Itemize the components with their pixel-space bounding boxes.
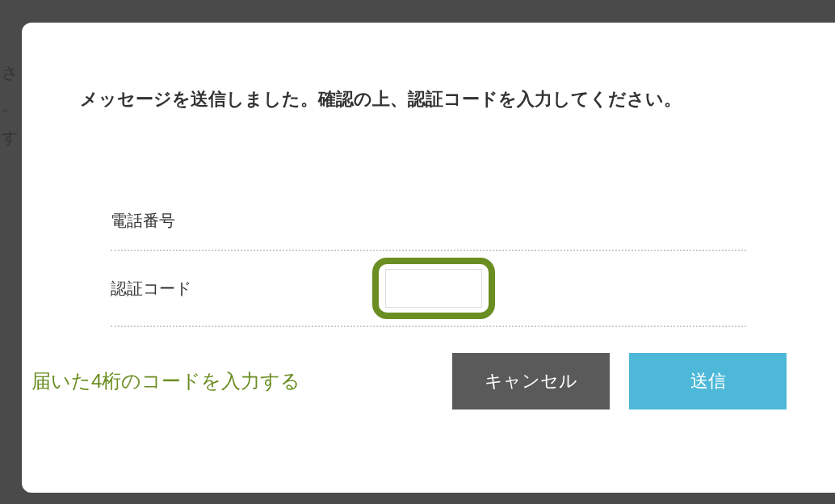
helper-row: 届いた4桁のコードを入力する キャンセル 送信: [70, 353, 787, 410]
phone-row: 電話番号: [111, 192, 746, 251]
helper-text: 届いた4桁のコードを入力する: [31, 368, 452, 394]
phone-label: 電話番号: [111, 210, 385, 232]
modal-title: メッセージを送信しました。確認の上、認証コードを入力してください。: [70, 87, 787, 111]
submit-button[interactable]: 送信: [629, 353, 787, 410]
button-group: キャンセル 送信: [452, 353, 787, 410]
verification-modal: メッセージを送信しました。確認の上、認証コードを入力してください。 電話番号 認…: [22, 23, 835, 493]
code-label: 認証コード: [111, 278, 385, 300]
verification-code-input[interactable]: [385, 269, 482, 308]
cancel-button[interactable]: キャンセル: [452, 353, 610, 410]
background-partial-text: さ 。 す: [0, 57, 18, 153]
form-section: 電話番号 認証コード: [70, 192, 787, 327]
code-row: 認証コード: [111, 251, 746, 327]
